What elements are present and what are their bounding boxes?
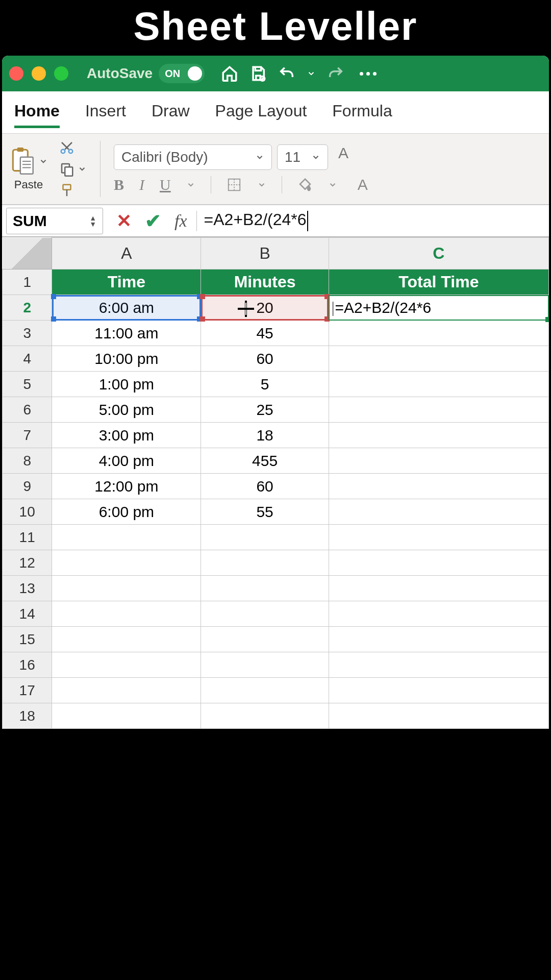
cell[interactable] [201,652,329,678]
row-header[interactable]: 15 [3,627,52,652]
cell[interactable] [201,550,329,576]
cell[interactable] [201,576,329,601]
row-header[interactable]: 16 [3,652,52,678]
row-header[interactable]: 10 [3,499,52,525]
spreadsheet-grid[interactable]: A B C 1 Time Minutes Total Time 2 6:00 a… [2,237,549,729]
cell[interactable] [329,678,548,703]
cell[interactable] [201,703,329,729]
cell[interactable]: 55 [201,499,329,525]
cell-a2[interactable]: 6:00 am [52,295,201,321]
row-header[interactable]: 9 [3,474,52,499]
chevron-down-icon[interactable] [328,180,337,189]
header-cell-time[interactable]: Time [52,270,201,295]
chevron-down-icon[interactable] [307,69,316,78]
cell-b2[interactable]: 20 [201,295,329,321]
row-header[interactable]: 8 [3,448,52,474]
cell[interactable] [52,525,201,550]
tab-formulas[interactable]: Formula [332,102,392,128]
cell[interactable] [329,627,548,652]
cell[interactable]: 5:00 pm [52,397,201,423]
cell[interactable]: 5 [201,372,329,397]
maximize-window-button[interactable] [54,66,68,81]
cell[interactable] [329,423,548,448]
cell[interactable] [52,678,201,703]
select-all-corner[interactable] [3,238,52,270]
font-size-select[interactable]: 11 [277,144,328,170]
cell[interactable] [329,525,548,550]
increase-font-icon[interactable]: A [338,144,348,170]
font-color-icon[interactable]: A [358,176,368,193]
formula-input[interactable]: =A2+B2/(24*6 [204,210,308,231]
header-cell-total-time[interactable]: Total Time [329,270,548,295]
tab-page-layout[interactable]: Page Layout [215,102,307,128]
copy-dropdown-icon[interactable] [78,164,87,174]
cell[interactable]: 3:00 pm [52,423,201,448]
row-header[interactable]: 14 [3,601,52,627]
cell[interactable] [52,550,201,576]
cell[interactable]: 18 [201,423,329,448]
cell[interactable] [329,703,548,729]
cell[interactable] [329,652,548,678]
cell[interactable] [329,601,548,627]
cut-icon[interactable] [59,140,74,155]
undo-icon[interactable] [278,65,295,82]
cell[interactable] [329,346,548,372]
cell[interactable]: 25 [201,397,329,423]
cell[interactable] [329,448,548,474]
row-header[interactable]: 1 [3,270,52,295]
cell[interactable] [52,601,201,627]
header-cell-minutes[interactable]: Minutes [201,270,329,295]
underline-button[interactable]: U [160,176,171,193]
paste-dropdown-icon[interactable] [39,157,48,166]
row-header[interactable]: 12 [3,550,52,576]
cell[interactable]: 1:00 pm [52,372,201,397]
cell[interactable]: 60 [201,474,329,499]
borders-icon[interactable] [227,177,242,192]
cell[interactable]: 60 [201,346,329,372]
cell[interactable] [201,525,329,550]
name-box-arrows-icon[interactable]: ▲▼ [89,215,96,227]
row-header[interactable]: 13 [3,576,52,601]
cell[interactable] [329,321,548,346]
save-icon[interactable] [249,65,267,82]
cell[interactable]: 455 [201,448,329,474]
column-header-c[interactable]: C [329,238,548,270]
cell[interactable] [329,576,548,601]
tab-insert[interactable]: Insert [85,102,126,128]
cell-c2-editing[interactable]: |=A2+B2/(24*6 [329,295,548,321]
autosave-toggle[interactable]: ON [159,64,205,83]
row-header[interactable]: 7 [3,423,52,448]
fx-icon[interactable]: fx [174,211,187,231]
cell[interactable] [329,499,548,525]
minimize-window-button[interactable] [32,66,46,81]
cell[interactable]: 4:00 pm [52,448,201,474]
tab-draw[interactable]: Draw [152,102,190,128]
font-name-select[interactable]: Calibri (Body) [114,144,272,170]
column-header-a[interactable]: A [52,238,201,270]
tab-home[interactable]: Home [14,102,60,128]
cell[interactable] [201,601,329,627]
cell[interactable] [201,678,329,703]
cell[interactable] [329,372,548,397]
column-header-b[interactable]: B [201,238,329,270]
redo-icon[interactable] [327,65,344,82]
row-header[interactable]: 6 [3,397,52,423]
cell[interactable]: 45 [201,321,329,346]
row-header[interactable]: 4 [3,346,52,372]
cell[interactable] [52,627,201,652]
cell[interactable] [329,397,548,423]
cell[interactable] [52,652,201,678]
cancel-formula-button[interactable]: ✕ [116,210,132,232]
name-box[interactable]: SUM ▲▼ [6,208,103,234]
fill-color-icon[interactable] [297,177,313,192]
more-icon[interactable] [360,72,377,76]
row-header[interactable]: 17 [3,678,52,703]
cell[interactable]: 12:00 pm [52,474,201,499]
paste-icon[interactable] [9,146,36,176]
format-painter-icon[interactable] [59,183,74,198]
row-header[interactable]: 3 [3,321,52,346]
row-header[interactable]: 2 [3,295,52,321]
home-icon[interactable] [221,65,238,82]
cell[interactable] [201,627,329,652]
cell[interactable] [329,550,548,576]
